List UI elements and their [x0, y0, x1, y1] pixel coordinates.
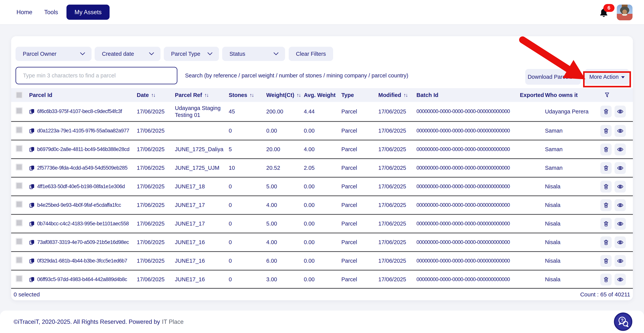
clear-filters-button[interactable]: Clear Filters [289, 47, 333, 61]
stones-cell: 0 [229, 127, 266, 134]
row-checkbox[interactable] [16, 200, 23, 208]
nav-tools[interactable]: Tools [44, 9, 58, 16]
view-parcel-button[interactable] [614, 218, 626, 230]
parcel-id-link[interactable]: 4ff1e633-50df-40e5-b198-08fa1e1e306d [37, 183, 125, 190]
col-parcel-ref: Parcel Ref [175, 92, 202, 98]
parcel-id-link[interactable]: 0b744bcc-c4c2-4183-995e-be1101aec558 [37, 220, 129, 227]
row-checkbox[interactable] [16, 164, 23, 171]
search-input[interactable] [16, 67, 178, 84]
col-type: Type [341, 92, 354, 98]
parcel-id-link[interactable]: 73af0837-3319-4e70-a509-21b5e16d98ec [37, 239, 129, 246]
copy-icon[interactable] [29, 220, 35, 227]
table-row[interactable]: 0f329da1-681b-4b44-b3be-3fcc5e1ed6b7 17/… [11, 252, 633, 270]
copy-icon[interactable] [29, 108, 35, 115]
delete-parcel-button[interactable] [600, 162, 612, 174]
weight-cell: 0.00 [266, 127, 304, 134]
sort-icon[interactable]: ↑↓ [404, 92, 408, 98]
parcel-ref-cell: JUNE17_16 [175, 239, 229, 246]
delete-parcel-button[interactable] [600, 144, 612, 156]
col-modified: Modified [378, 92, 401, 98]
select-all-checkbox[interactable] [16, 92, 23, 99]
stones-cell: 5 [229, 146, 266, 153]
notifications-button[interactable]: 6 [598, 7, 609, 18]
chevron-down-icon [80, 52, 85, 55]
sort-icon[interactable]: ↑↓ [296, 92, 300, 98]
row-checkbox[interactable] [16, 145, 23, 152]
chevron-down-icon [149, 52, 154, 55]
row-checkbox[interactable] [16, 219, 23, 226]
batch-id-cell: 00000000-0000-0000-0000-000000000000 [416, 258, 520, 264]
copy-icon[interactable] [29, 239, 35, 246]
view-parcel-button[interactable] [614, 181, 626, 192]
copy-icon[interactable] [29, 146, 35, 153]
sort-icon[interactable]: ↑↓ [151, 92, 155, 98]
view-parcel-button[interactable] [614, 236, 626, 248]
parcel-id-link[interactable]: d0a1223a-79e1-4105-97f6-55a0aa82a977 [37, 128, 129, 134]
delete-parcel-button[interactable] [600, 236, 612, 248]
copy-icon[interactable] [29, 128, 35, 134]
row-checkbox[interactable] [16, 256, 23, 264]
parcel-id-link[interactable]: 2f57736e-9fda-4cdd-a549-54d5509eb285 [37, 165, 128, 171]
row-checkbox[interactable] [16, 275, 23, 282]
stones-cell: 0 [229, 183, 266, 190]
view-parcel-button[interactable] [614, 106, 626, 118]
table-row[interactable]: b4e25bed-9e93-4b0f-9faf-e5cdaffa1fcc 17/… [11, 196, 633, 215]
delete-parcel-button[interactable] [600, 106, 612, 118]
view-parcel-button[interactable] [614, 162, 626, 174]
row-checkbox[interactable] [16, 126, 23, 134]
batch-id-cell: 00000000-0000-0000-0000-000000000000 [416, 183, 520, 190]
sort-icon[interactable]: ↑↓ [250, 92, 254, 98]
column-filter-icon[interactable] [604, 92, 610, 98]
filter-created-date[interactable]: Created date [95, 47, 160, 61]
copy-icon[interactable] [29, 202, 35, 208]
row-checkbox[interactable] [16, 107, 23, 114]
table-row[interactable]: 06ff93c5-97dd-4983-b464-442a889d4b8c 17/… [11, 270, 633, 288]
table-row[interactable]: 73af0837-3319-4e70-a509-21b5e16d98ec 17/… [11, 233, 633, 252]
copy-icon[interactable] [29, 165, 35, 171]
chevron-down-icon [208, 52, 212, 55]
filter-parcel-type[interactable]: Parcel Type [164, 47, 219, 61]
nav-my-assets-active[interactable]: My Assets [66, 4, 110, 20]
filter-status[interactable]: Status [222, 47, 285, 61]
parcel-id-link[interactable]: 0f329da1-681b-4b44-b3be-3fcc5e1ed6b7 [37, 258, 127, 264]
row-checkbox[interactable] [16, 182, 23, 189]
filter-label: Parcel Type [171, 51, 200, 57]
copy-icon[interactable] [29, 276, 35, 283]
col-avg-weight: Avg. Weight [304, 92, 336, 98]
table-row[interactable]: b6979d0c-2a8e-4811-bc49-546b388e28cd 17/… [11, 140, 633, 159]
table-row[interactable]: 4ff1e633-50df-40e5-b198-08fa1e1e306d 17/… [11, 178, 633, 196]
delete-parcel-button[interactable] [600, 181, 612, 192]
type-cell: Parcel [341, 164, 378, 171]
parcel-id-link[interactable]: 6f6c6b33-975f-4107-bec8-c9decf54fc3f [37, 108, 122, 115]
user-avatar[interactable] [617, 4, 632, 20]
chevron-down-icon [274, 52, 278, 55]
table-row[interactable]: 6f6c6b33-975f-4107-bec8-c9decf54fc3f 17/… [11, 102, 633, 122]
delete-parcel-button[interactable] [600, 218, 612, 230]
sort-icon[interactable]: ↑↓ [204, 92, 208, 98]
delete-parcel-button[interactable] [600, 255, 612, 267]
table-row[interactable]: 0b744bcc-c4c2-4183-995e-be1101aec558 17/… [11, 215, 633, 233]
help-chat-button[interactable]: ? [614, 312, 632, 331]
powered-by-link[interactable]: IT Place [162, 318, 184, 325]
col-batch-id: Batch Id [416, 92, 438, 98]
view-parcel-button[interactable] [614, 255, 626, 267]
parcel-id-link[interactable]: b6979d0c-2a8e-4811-bc49-546b388e28cd [37, 146, 129, 153]
copy-icon[interactable] [29, 183, 35, 190]
nav-home[interactable]: Home [16, 9, 32, 16]
view-parcel-button[interactable] [614, 199, 626, 211]
delete-parcel-button[interactable] [600, 274, 612, 286]
view-parcel-button[interactable] [614, 125, 626, 137]
copy-icon[interactable] [29, 258, 35, 264]
parcel-id-link[interactable]: 06ff93c5-97dd-4983-b464-442a889d4b8c [37, 276, 127, 283]
view-parcel-button[interactable] [614, 274, 626, 286]
stones-cell: 0 [229, 202, 266, 208]
table-row[interactable]: d0a1223a-79e1-4105-97f6-55a0aa82a977 17/… [11, 122, 633, 140]
row-checkbox[interactable] [16, 238, 23, 245]
parcel-id-link[interactable]: b4e25bed-9e93-4b0f-9faf-e5cdaffa1fcc [37, 202, 121, 208]
avg-weight-cell: 0.00 [304, 276, 341, 283]
table-row[interactable]: 2f57736e-9fda-4cdd-a549-54d5509eb285 17/… [11, 159, 633, 178]
filter-parcel-owner[interactable]: Parcel Owner [16, 47, 92, 61]
delete-parcel-button[interactable] [600, 199, 612, 211]
view-parcel-button[interactable] [614, 144, 626, 156]
delete-parcel-button[interactable] [600, 125, 612, 137]
